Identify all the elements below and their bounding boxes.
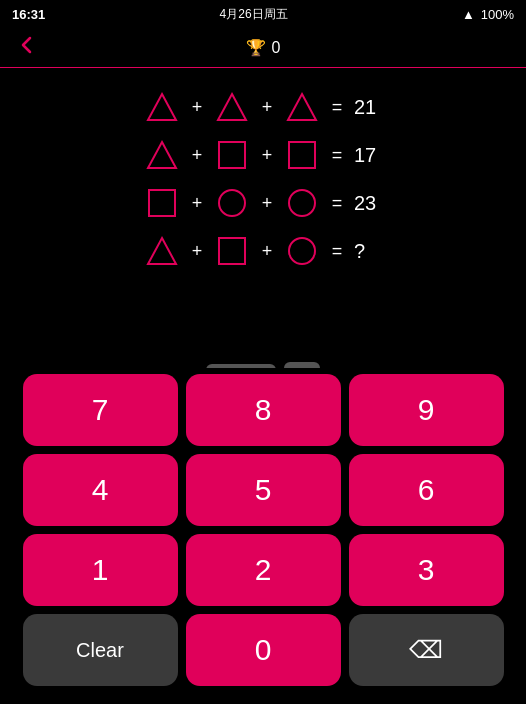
battery-icon: 100% [481,7,514,22]
key-5[interactable]: 5 [186,454,341,526]
key-8[interactable]: 8 [186,374,341,446]
puzzle-area: + + = 21 + + = 17 + + [0,68,526,282]
key-2[interactable]: 2 [186,534,341,606]
result-4: ? [354,240,382,263]
trophy-icon: 🏆 [246,38,266,57]
clear-button[interactable]: Clear [23,614,178,686]
puzzle-row-4: + + = ? [60,230,466,272]
svg-marker-9 [148,238,176,264]
keypad-row-bottom: Clear 0 ⌫ [10,614,516,686]
status-bar: 16:31 4月26日周五 ▲ 100% [0,0,526,28]
status-right: ▲ 100% [462,7,514,22]
key-6[interactable]: 6 [349,454,504,526]
result-1: 21 [354,96,382,119]
svg-point-7 [219,190,245,216]
keypad: 7 8 9 4 5 6 1 2 3 Clear 0 ⌫ [0,368,526,704]
svg-point-8 [289,190,315,216]
puzzle-row-1: + + = 21 [60,86,466,128]
status-date: 4月26日周五 [220,6,288,23]
shape-triangle [284,89,320,125]
delete-button[interactable]: ⌫ [349,614,504,686]
plus-sign: + [258,241,276,262]
header: 🏆 0 [0,28,526,68]
key-0[interactable]: 0 [186,614,341,686]
result-3: 23 [354,192,382,215]
shape-triangle [144,233,180,269]
plus-sign: + [258,193,276,214]
shape-circle [214,185,250,221]
puzzle-row-3: + + = 23 [60,182,466,224]
shape-circle [284,233,320,269]
svg-rect-10 [219,238,245,264]
svg-rect-4 [219,142,245,168]
svg-marker-1 [218,94,246,120]
shape-square [214,137,250,173]
key-3[interactable]: 3 [349,534,504,606]
svg-rect-5 [289,142,315,168]
keypad-row-2: 4 5 6 [10,454,516,526]
svg-marker-2 [288,94,316,120]
shape-triangle [144,89,180,125]
result-2: 17 [354,144,382,167]
back-button[interactable] [16,34,38,62]
score-area: 🏆 0 [246,38,281,57]
key-1[interactable]: 1 [23,534,178,606]
svg-marker-0 [148,94,176,120]
svg-point-11 [289,238,315,264]
equals-sign: = [328,193,346,214]
status-time: 16:31 [12,7,45,22]
plus-sign: + [188,145,206,166]
puzzle-row-2: + + = 17 [60,134,466,176]
shape-triangle [214,89,250,125]
shape-triangle [144,137,180,173]
plus-sign: + [188,241,206,262]
key-7[interactable]: 7 [23,374,178,446]
plus-sign: + [188,97,206,118]
delete-icon: ⌫ [409,636,443,664]
keypad-row-3: 1 2 3 [10,534,516,606]
key-9[interactable]: 9 [349,374,504,446]
plus-sign: + [258,97,276,118]
svg-marker-3 [148,142,176,168]
shape-circle [284,185,320,221]
equals-sign: = [328,97,346,118]
plus-sign: + [258,145,276,166]
score-value: 0 [272,39,281,57]
plus-sign: + [188,193,206,214]
shape-square [214,233,250,269]
svg-rect-6 [149,190,175,216]
equals-sign: = [328,145,346,166]
shape-square [284,137,320,173]
keypad-row-1: 7 8 9 [10,374,516,446]
shape-square [144,185,180,221]
key-4[interactable]: 4 [23,454,178,526]
wifi-icon: ▲ [462,7,475,22]
equals-sign: = [328,241,346,262]
